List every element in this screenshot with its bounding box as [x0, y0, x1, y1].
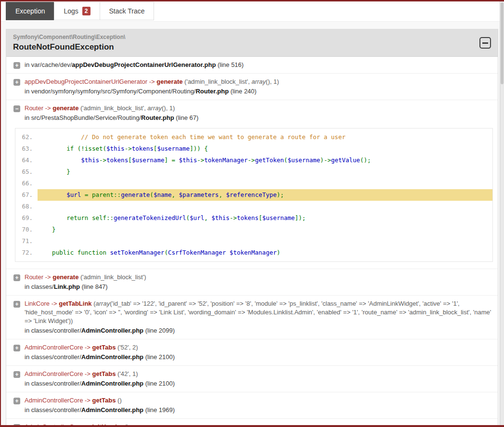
tab-logs-label: Logs: [64, 7, 78, 15]
line-number: 63.: [15, 143, 38, 155]
tab-stack-trace-label: Stack Trace: [109, 7, 145, 15]
trace-class-name: Router: [25, 104, 43, 112]
trace-arrow: ->: [43, 273, 52, 281]
trace-call-line: appDevDebugProjectContainerUrlGenerator …: [25, 78, 493, 86]
code-line: 70. }: [15, 224, 492, 235]
code-segment: getValue: [331, 156, 360, 164]
trace-body: Router -> generate ('admin_link_block_li…: [25, 104, 493, 262]
trace-file-name: AdminController.php: [81, 353, 143, 361]
trace-call-line: Router -> generate ('admin_link_block_li…: [25, 273, 493, 282]
trace-args: ('42', 1): [116, 370, 138, 377]
code-segment: tokenManager: [204, 156, 247, 164]
code-segment: $parameters: [179, 191, 219, 198]
code-text: $this->tokens[$username] = $this->tokenM…: [38, 155, 492, 166]
expand-trace-button[interactable]: +: [13, 79, 20, 86]
code-segment: $username: [262, 214, 295, 221]
trace-body: Router -> generate ('admin_link_block_li…: [25, 273, 493, 291]
code-line: 72. public function setTokenManager(Csrf…: [15, 247, 492, 259]
trace-arrow: ->: [83, 344, 92, 351]
trace-arrow: ->: [50, 300, 59, 307]
code-segment: (: [150, 191, 154, 198]
code-segment: = parent::: [81, 191, 121, 198]
trace-args: (array('id_tab' => '122', 'id_parent' =>…: [25, 300, 491, 324]
trace-arg-segment: ('52', 2): [116, 344, 138, 351]
trace-arrow: ->: [43, 104, 52, 112]
trace-arrow: ->: [147, 78, 156, 85]
code-segment: [38, 156, 81, 164]
trace-class-name: AdminControllerCore: [25, 370, 83, 377]
code-segment: ])) {: [190, 145, 208, 152]
trace-arg-segment: array: [147, 104, 162, 112]
code-line-highlighted: 67. $url = parent::generate($name, $para…: [15, 189, 492, 201]
trace-entry: +appDevDebugProjectContainerUrlGenerator…: [6, 74, 498, 100]
exception-class-name: RouteNotFoundException: [13, 42, 125, 52]
code-text: [38, 201, 492, 212]
trace-entry: +AdminControllerCore -> getTabs ()in cla…: [6, 392, 498, 419]
code-text: $url = parent::generate($name, $paramete…: [38, 189, 492, 201]
trace-call-line: AdminControllerCore -> getTabs (): [25, 396, 493, 405]
code-line: 65. }: [15, 166, 492, 178]
trace-arg-segment: ('admin_link_block_list',: [182, 78, 251, 85]
trace-class-name: Router: [25, 273, 43, 281]
code-text: [38, 178, 492, 189]
code-line: 64. $this->tokens[$username] = $this->to…: [15, 155, 492, 166]
trace-args: ('52', 2): [116, 344, 138, 351]
collapse-trace-button[interactable]: −: [13, 105, 20, 112]
trace-file-line: in vendor/symfony/symfony/src/Symfony/Co…: [25, 87, 493, 96]
trace-args: ('admin_link_block_list', array(), 1): [182, 78, 279, 85]
exception-header: Symfony\Component\Routing\Exception\ Rou…: [6, 29, 498, 57]
code-segment: generate: [121, 191, 150, 198]
expand-trace-button[interactable]: +: [13, 301, 20, 308]
trace-call-line: Router -> generate ('admin_link_block_li…: [25, 104, 493, 113]
code-segment: $url: [66, 191, 81, 198]
expand-trace-button[interactable]: +: [13, 371, 20, 378]
tab-stack-trace[interactable]: Stack Trace: [100, 2, 155, 20]
code-segment: ();: [360, 156, 371, 164]
code-segment: (: [186, 214, 190, 221]
trace-call-line: AdminControllerCore -> getTabs ('52', 2): [25, 343, 493, 352]
trace-file-line: in classes/controller/AdminController.ph…: [25, 379, 493, 388]
code-segment: $referenceType: [226, 191, 276, 198]
trace-entry: +in var/cache/dev/appDevDebugProjectCont…: [6, 57, 498, 74]
code-segment: ->: [99, 156, 106, 164]
tab-logs[interactable]: Logs 2: [54, 2, 100, 20]
trace-args: ('admin_link_block_list', array(), 1): [78, 104, 175, 112]
expand-trace-button[interactable]: +: [13, 345, 20, 351]
code-segment: ->: [125, 145, 132, 152]
trace-file-line: in classes/Link.php (line 847): [25, 283, 493, 291]
trace-list: +in var/cache/dev/appDevDebugProjectCont…: [6, 57, 498, 427]
code-segment: CsrfTokenManager $tokenManager: [168, 249, 277, 256]
tab-exception[interactable]: Exception: [6, 2, 54, 20]
expand-trace-button[interactable]: +: [13, 274, 20, 281]
code-text: // Do not generate token each time we wa…: [38, 131, 492, 143]
trace-call-line: LinkCore -> getTabLink (array('id_tab' =…: [25, 299, 493, 325]
code-segment: ->: [197, 156, 204, 164]
trace-args: ('admin_link_block_list'): [78, 273, 146, 281]
scrollbar[interactable]: [500, 1, 504, 425]
line-number: 68.: [15, 201, 38, 212]
collapse-exception-button[interactable]: [479, 37, 491, 49]
trace-file-line: in var/cache/dev/appDevDebugProjectConta…: [25, 61, 493, 69]
trace-class-name: AdminControllerCore: [25, 344, 83, 351]
code-segment: ] =: [164, 156, 179, 164]
window-left-border: [0, 0, 1, 427]
code-segment: $this: [106, 145, 125, 152]
trace-method-name: getTabLink: [59, 300, 91, 307]
exception-namespace: Symfony\Component\Routing\Exception\: [13, 33, 125, 41]
code-segment: ]);: [295, 214, 306, 221]
code-segment: getToken: [255, 156, 284, 164]
expand-trace-button[interactable]: +: [13, 398, 20, 404]
trace-arg-segment: array: [96, 300, 110, 307]
trace-file-line: in classes/controller/AdminController.ph…: [25, 353, 493, 362]
trace-arg-segment: (), 1): [162, 104, 175, 112]
code-text: }: [38, 166, 492, 178]
code-line: 63. if (!isset($this->tokens[$username])…: [15, 143, 492, 155]
line-number: 65.: [15, 166, 38, 178]
line-number: 70.: [15, 224, 38, 235]
expand-trace-button[interactable]: +: [13, 62, 20, 69]
trace-arg-segment: array: [251, 78, 266, 85]
code-text: public function setTokenManager(CsrfToke…: [38, 247, 492, 259]
trace-arg-segment: ('admin_link_block_list',: [78, 104, 147, 112]
trace-file-name: AdminController.php: [81, 406, 143, 414]
scrollbar-thumb[interactable]: [501, 2, 504, 84]
